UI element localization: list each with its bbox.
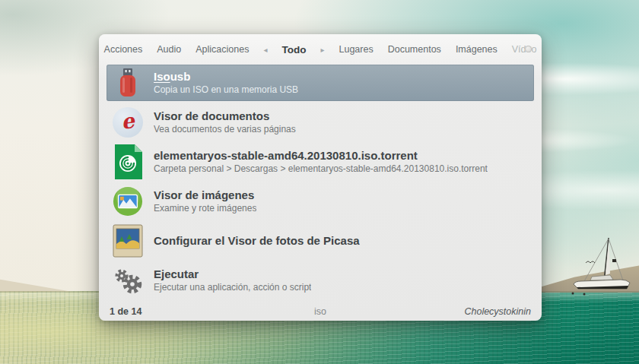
tab-acciones[interactable]: Acciones	[104, 44, 143, 55]
result-row-torrent-file[interactable]: elementaryos-stable-amd64.20130810.iso.t…	[106, 144, 534, 180]
result-subtitle: Vea documentos de varias páginas	[154, 124, 296, 135]
result-title: Visor de documentos	[154, 109, 296, 124]
bird-image	[585, 259, 596, 264]
result-title: Isousb	[154, 70, 298, 84]
result-texts: Visor de imágenes Examine y rote imágene…	[154, 188, 256, 214]
result-counter: 1 de 14	[110, 306, 141, 317]
tab-audio[interactable]: Audio	[157, 44, 181, 55]
tab-documentos[interactable]: Documentos	[388, 44, 441, 55]
result-title: elementaryos-stable-amd64.20130810.iso.t…	[154, 149, 488, 163]
picasa-photo-icon	[113, 224, 143, 258]
result-texts: Ejecutar Ejecutar una aplicación, acción…	[154, 267, 311, 293]
status-bar: 1 de 14 iso Cholecystokinin	[99, 302, 542, 321]
result-subtitle: Carpeta personal > Descargas > elementar…	[154, 163, 488, 174]
document-viewer-icon: e	[113, 106, 143, 139]
result-subtitle: Ejecutar una aplicación, acción o script	[154, 282, 311, 293]
result-texts: Configurar el Visor de fotos de Picasa	[154, 234, 360, 248]
launcher-window: Acciones Audio Aplicaciones ◂ Todo ▸ Lug…	[99, 34, 542, 321]
result-title: Visor de imágenes	[154, 188, 256, 203]
next-category-arrow-icon[interactable]: ▸	[320, 46, 324, 54]
result-row-image-viewer[interactable]: Visor de imágenes Examine y rote imágene…	[106, 183, 534, 220]
category-tab-bar: Acciones Audio Aplicaciones ◂ Todo ▸ Lug…	[99, 34, 542, 65]
prev-category-arrow-icon[interactable]: ◂	[263, 46, 267, 54]
plugin-name: Cholecystokinin	[464, 306, 531, 317]
result-row-document-viewer[interactable]: e Visor de documentos Vea documentos de …	[106, 104, 534, 141]
tab-lugares[interactable]: Lugares	[339, 44, 374, 55]
result-row-picasa-config[interactable]: Configurar el Visor de fotos de Picasa	[106, 223, 534, 259]
result-texts: Isousb Copia un ISO en una memoria USB	[154, 70, 298, 95]
result-texts: Visor de documentos Vea documentos de va…	[154, 109, 296, 135]
results-list: Isousb Copia un ISO en una memoria USB e…	[99, 65, 542, 299]
result-subtitle: Copia un ISO en una memoria USB	[154, 84, 298, 95]
tab-todo[interactable]: Todo	[281, 44, 306, 55]
result-title: Configurar el Visor de fotos de Picasa	[154, 234, 360, 248]
usb-drive-icon	[113, 66, 143, 100]
menu-toggle-icon[interactable]	[525, 46, 532, 52]
tab-imagenes[interactable]: Imágenes	[456, 44, 498, 55]
sailboat-image	[566, 236, 639, 299]
result-row-ejecutar[interactable]: Ejecutar Ejecutar una aplicación, acción…	[106, 262, 534, 299]
result-title: Ejecutar	[154, 267, 311, 282]
torrent-file-icon	[113, 145, 143, 179]
image-viewer-icon	[113, 185, 143, 218]
result-texts: elementaryos-stable-amd64.20130810.iso.t…	[154, 149, 488, 174]
gears-icon	[113, 264, 143, 297]
tab-aplicaciones[interactable]: Aplicaciones	[196, 44, 249, 55]
result-row-isousb[interactable]: Isousb Copia un ISO en una memoria USB	[106, 65, 534, 101]
result-subtitle: Examine y rote imágenes	[154, 203, 256, 214]
